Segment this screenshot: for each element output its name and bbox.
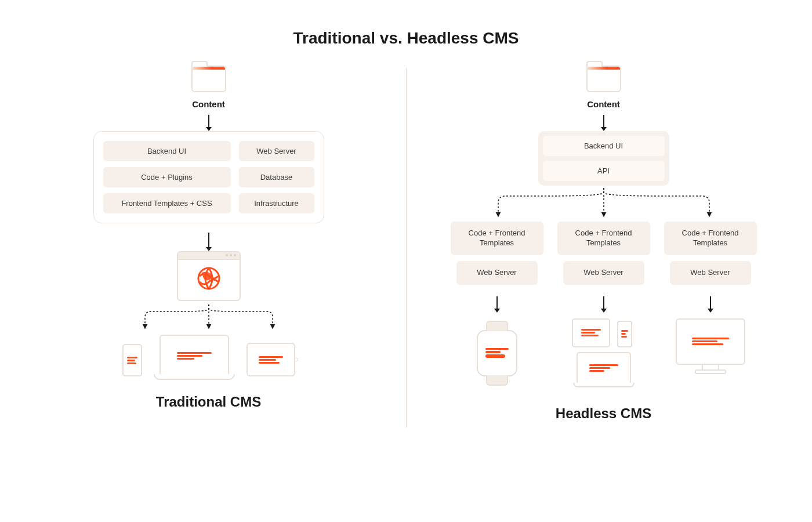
pill-web-server: Web Server bbox=[456, 261, 538, 285]
content-label-left: Content bbox=[192, 99, 225, 109]
branch-3: Code + Frontend Templates Web Server bbox=[664, 222, 757, 388]
pill-infrastructure: Infrastructure bbox=[239, 193, 314, 213]
pill-code-frontend: Code + Frontend Templates bbox=[557, 222, 650, 255]
content-label-right: Content bbox=[587, 99, 620, 109]
branch-dashed-wide-icon bbox=[453, 186, 755, 218]
arrow-down-icon bbox=[496, 296, 498, 309]
phone-icon bbox=[122, 344, 142, 376]
page-title: Traditional vs. Headless CMS bbox=[0, 0, 812, 62]
pill-code-plugins: Code + Plugins bbox=[103, 167, 231, 187]
branch-2: Code + Frontend Templates Web Server bbox=[557, 222, 650, 388]
laptop-icon bbox=[160, 335, 229, 376]
smartwatch-icon bbox=[477, 330, 517, 376]
folder-icon bbox=[191, 66, 226, 92]
browser-icon bbox=[177, 251, 241, 301]
pill-frontend-templates: Frontend Templates + CSS bbox=[103, 193, 231, 213]
branch-dashed-icon bbox=[128, 303, 290, 330]
multi-device-icon bbox=[572, 318, 636, 388]
branch-1: Code + Frontend Templates Web Server bbox=[451, 222, 543, 388]
arrow-down-icon bbox=[208, 233, 209, 248]
arrow-down-icon bbox=[603, 296, 604, 309]
headless-core: Backend UI API bbox=[538, 131, 669, 186]
tablet-icon bbox=[246, 343, 295, 376]
arrow-down-icon bbox=[208, 115, 209, 128]
subtitle-traditional: Traditional CMS bbox=[156, 394, 261, 410]
pill-web-server: Web Server bbox=[239, 141, 314, 161]
pill-web-server: Web Server bbox=[563, 261, 644, 285]
device-row bbox=[122, 335, 295, 376]
globe-icon bbox=[196, 266, 222, 291]
arrow-down-icon bbox=[603, 115, 604, 128]
pill-code-frontend: Code + Frontend Templates bbox=[664, 222, 757, 255]
pill-api: API bbox=[543, 161, 665, 181]
folder-icon bbox=[586, 66, 621, 92]
subtitle-headless: Headless CMS bbox=[556, 405, 651, 422]
pill-backend-ui: Backend UI bbox=[543, 136, 665, 156]
monitor-stand-icon bbox=[702, 364, 719, 372]
arrow-down-icon bbox=[710, 296, 711, 309]
monitor-icon bbox=[676, 318, 745, 365]
headless-column: Content Backend UI API Code + Frontend T… bbox=[407, 62, 801, 422]
diagram-split: Content Backend UI Code + Plugins Fronte… bbox=[0, 62, 812, 427]
pill-backend-ui: Backend UI bbox=[103, 141, 231, 161]
monolith-stack: Backend UI Code + Plugins Frontend Templ… bbox=[93, 131, 324, 223]
headless-branches: Code + Frontend Templates Web Server Cod… bbox=[451, 222, 757, 388]
traditional-column: Content Backend UI Code + Plugins Fronte… bbox=[12, 62, 406, 410]
pill-database: Database bbox=[239, 167, 314, 187]
pill-code-frontend: Code + Frontend Templates bbox=[451, 222, 543, 255]
pill-web-server: Web Server bbox=[670, 261, 751, 285]
